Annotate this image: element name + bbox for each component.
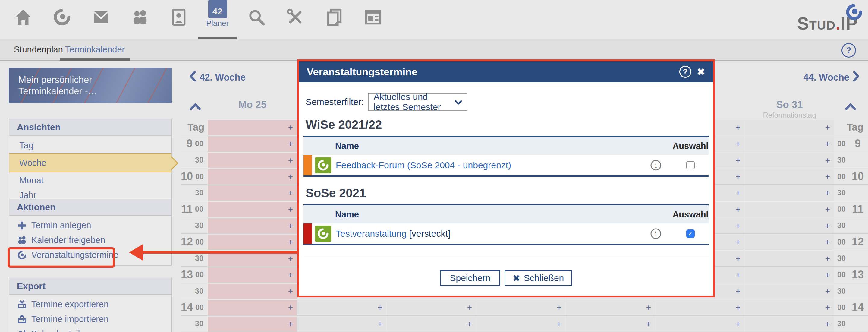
nav-community[interactable] (120, 0, 159, 39)
sidebar-item-termin-anlegen[interactable]: Termin anlegen (9, 218, 172, 233)
sidebar-item-woche[interactable]: Woche (9, 153, 172, 173)
calendar-cell-add[interactable]: + (208, 120, 297, 135)
nav-courses[interactable] (42, 0, 82, 39)
calendar-cell-add[interactable]: + (745, 185, 834, 201)
dialog-help-icon[interactable]: ? (679, 66, 691, 78)
calendar-cell-add[interactable]: + (476, 300, 565, 315)
nav-icon-row: 42 Planer (4, 0, 393, 39)
tab-stundenplan[interactable]: Stundenplan (14, 39, 63, 60)
calendar-cell-add[interactable]: + (208, 284, 297, 299)
studip-logo-swirl-icon (845, 3, 863, 22)
plus-icon (17, 221, 27, 230)
calendar-cell-add[interactable]: + (655, 300, 744, 315)
course-link[interactable]: Testveranstaltung [versteckt] (331, 229, 639, 239)
sidebar-item-termine-exportieren[interactable]: Termine exportieren (9, 297, 172, 312)
calendar-cell-add[interactable]: + (208, 153, 297, 168)
column-header-auswahl: Auswahl (673, 210, 709, 219)
calendar-cell-add[interactable]: + (476, 316, 565, 332)
calendar-cell-add[interactable]: + (298, 316, 386, 332)
section-title: Aktionen (9, 199, 172, 216)
divider (303, 258, 709, 258)
calendar-cell-add[interactable]: + (298, 300, 386, 315)
calendar-cell-add[interactable]: + (566, 300, 655, 315)
calendar-cell-add[interactable]: + (208, 316, 297, 332)
annotation-arrow-head (129, 244, 143, 261)
time-gutter-right: 30 (834, 283, 868, 299)
sidebar-item-kalender-freigeben[interactable]: Kalender freigeben (9, 233, 172, 248)
help-icon[interactable]: ? (841, 43, 856, 58)
calendar-cell-add[interactable]: + (208, 218, 297, 233)
event-table: Name Auswahl Feedback-Forum (SoSe 2004 -… (304, 136, 709, 177)
sidebar-item-monat[interactable]: Monat (9, 173, 172, 188)
time-gutter-left: Tag (181, 119, 208, 135)
nav-planner[interactable]: 42 Planer (198, 0, 237, 39)
calendar-cell-add[interactable]: + (387, 316, 476, 332)
info-icon[interactable]: i (639, 159, 673, 171)
prev-week-link[interactable]: 42. Woche (189, 71, 246, 84)
sidebar-item-kalender-teilen[interactable]: Kalender teilen (9, 327, 172, 332)
time-gutter-right: 0013 (834, 267, 868, 283)
calendar-cell-add[interactable]: + (745, 251, 834, 266)
nav-planner-label: Planer (206, 19, 229, 28)
calendar-cell-add[interactable]: + (745, 218, 834, 233)
nav-messages[interactable] (82, 0, 120, 39)
sidebar-item-tag[interactable]: Tag (9, 138, 172, 153)
semester-heading: WiSe 2021/22 (303, 118, 709, 131)
nav-profile[interactable] (159, 0, 198, 39)
chevron-right-icon (853, 71, 860, 84)
nav-tools[interactable] (276, 0, 315, 39)
sidebar-item-termine-importieren[interactable]: Termine importieren (9, 312, 172, 327)
row-checkbox[interactable]: ✓ (686, 230, 695, 238)
collapse-hours-icon-right[interactable] (845, 103, 856, 112)
time-gutter-left: 1300 (181, 267, 208, 283)
share-people-icon (17, 329, 27, 332)
calendar-cell-add[interactable]: + (745, 316, 834, 332)
calendar-cell-add[interactable]: + (208, 185, 297, 201)
time-gutter-left: 30 (181, 217, 208, 234)
time-gutter-left: 1100 (181, 201, 208, 217)
holiday-label: Reformationstag (745, 111, 834, 119)
close-button[interactable]: ✖ Schließen (504, 270, 572, 286)
calendar-cell-add[interactable]: + (745, 268, 834, 282)
row-checkbox[interactable]: ✓ (686, 161, 695, 170)
nav-bulletin[interactable] (315, 0, 353, 39)
nav-home[interactable] (4, 0, 42, 39)
import-icon (17, 314, 27, 324)
svg-text:i: i (655, 230, 657, 238)
calendar-cell-add[interactable]: + (208, 169, 297, 184)
address-card-icon (169, 0, 188, 28)
time-gutter-left: 30 (181, 283, 208, 299)
calendar-cell-add[interactable]: + (745, 284, 834, 299)
course-icon (315, 157, 331, 173)
course-link[interactable]: Feedback-Forum (SoSe 2004 - unbegrenzt) (331, 160, 639, 170)
calendar-cell-add[interactable]: + (745, 300, 834, 315)
calendar-cell-add[interactable]: + (745, 202, 834, 217)
calendar-cell-add[interactable]: + (208, 300, 297, 315)
tab-terminkalender[interactable]: Terminkalender (65, 39, 125, 60)
calendar-cell-add[interactable]: + (208, 136, 297, 151)
calendar-cell-add[interactable]: + (745, 120, 834, 135)
calendar-cell-add[interactable]: + (745, 136, 834, 151)
time-gutter-right: 0014 (834, 299, 868, 315)
next-week-link[interactable]: 44. Woche (803, 71, 860, 84)
calendar-cell-add[interactable]: + (745, 235, 834, 250)
semester-filter-select[interactable]: Aktuelles und letztes Semester (368, 93, 467, 111)
people-icon (130, 0, 149, 28)
nav-search[interactable] (237, 0, 276, 39)
calendar-cell-add[interactable]: + (655, 316, 744, 332)
dialog-title: Veranstaltungstermine (307, 66, 679, 78)
time-gutter-left: 900 (181, 135, 208, 152)
studip-page: 42 Planer (0, 0, 868, 332)
nav-news[interactable] (353, 0, 393, 39)
calendar-cell-add[interactable]: + (208, 268, 297, 282)
calendar-cell-add[interactable]: + (387, 300, 476, 315)
calendar-cell-add[interactable]: + (745, 153, 834, 168)
calendar-cell-add[interactable]: + (745, 169, 834, 184)
info-icon[interactable]: i (639, 228, 673, 239)
calendar-cell-add[interactable]: + (566, 316, 655, 332)
calendar-cell-add[interactable]: + (208, 235, 297, 250)
collapse-hours-icon-left[interactable] (190, 103, 201, 112)
save-button[interactable]: Speichern (440, 270, 500, 286)
dialog-close-icon[interactable]: ✖ (697, 67, 706, 77)
calendar-cell-add[interactable]: + (208, 202, 297, 217)
